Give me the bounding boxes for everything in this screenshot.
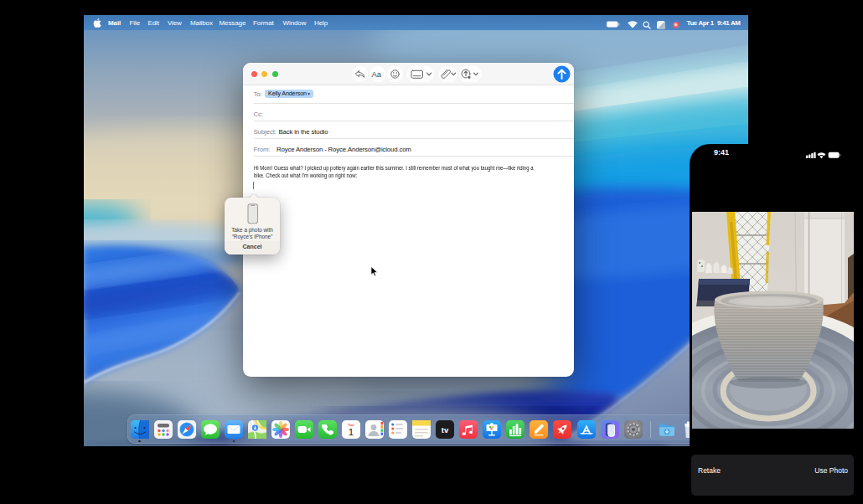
svg-text:Aa: Aa bbox=[371, 69, 381, 79]
svg-text:tv: tv bbox=[442, 425, 449, 435]
svg-text:1: 1 bbox=[349, 427, 354, 437]
